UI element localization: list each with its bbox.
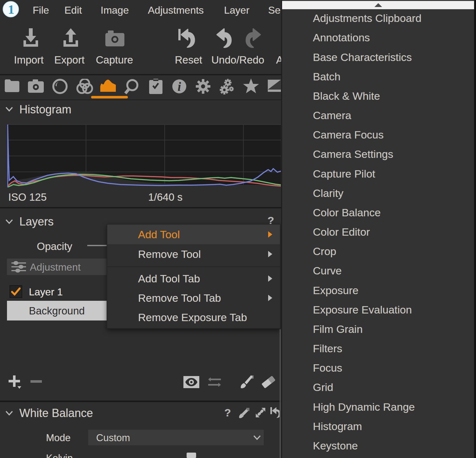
svg-text:1: 1: [8, 2, 14, 17]
svg-text:i: i: [177, 79, 181, 94]
